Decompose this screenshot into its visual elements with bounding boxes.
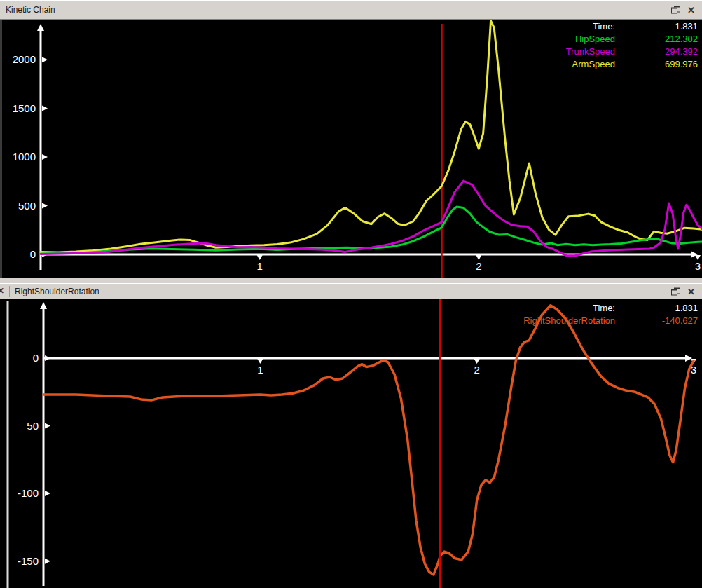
- legend-hipspeed-label: HipSpeed: [575, 33, 615, 46]
- float-window-icon[interactable]: [671, 288, 680, 296]
- kinetic-chain-title: Kinetic Chain: [6, 5, 55, 15]
- y-tick-label: 1500: [13, 102, 36, 114]
- x-tick-label: 2: [476, 260, 481, 272]
- x-tick-label: 1: [257, 364, 263, 376]
- y-axis-arrow-icon: [40, 302, 47, 309]
- x-axis-arrow-icon: [685, 355, 692, 362]
- legend-time-label: Time:: [593, 20, 615, 33]
- right-shoulder-rotation-plot[interactable]: 050-100-150123: [0, 299, 702, 588]
- float-window-icon[interactable]: [671, 6, 680, 14]
- kinetic-chain-titlebar[interactable]: Kinetic Chain ✕: [0, 0, 702, 20]
- legend-armspeed-value: 699.976: [615, 58, 698, 71]
- x-tick-marker-icon: [695, 255, 701, 260]
- right-shoulder-rotation-legend: Time: 1.831 RightShoulderRotation -140.6…: [523, 302, 698, 327]
- legend-time-value: 1.831: [615, 20, 698, 33]
- legend-row-trunkspeed: TrunkSpeed 294.392: [566, 46, 698, 58]
- cropped-close-icon: ✕: [0, 286, 4, 296]
- x-tick-marker-icon: [476, 255, 481, 260]
- y-tick-label: 1000: [13, 151, 36, 163]
- y-tick-marker-icon: [42, 203, 48, 209]
- titlebar-separator: [9, 286, 11, 297]
- legend-row-rightshoulderrotation: RightShoulderRotation -140.627: [523, 315, 698, 327]
- y-tick-marker-icon: [45, 423, 50, 429]
- close-icon[interactable]: ✕: [687, 287, 695, 296]
- legend-time-label: Time:: [593, 302, 615, 315]
- close-icon[interactable]: ✕: [687, 6, 695, 15]
- x-tick-label: 1: [256, 260, 262, 272]
- y-tick-marker-icon: [45, 491, 50, 496]
- legend-row-time: Time: 1.831: [523, 302, 698, 315]
- x-tick-marker-icon: [257, 255, 263, 260]
- y-tick-marker-icon: [45, 559, 50, 564]
- legend-rsr-label: RightShoulderRotation: [523, 315, 615, 327]
- legend-time-value: 1.831: [615, 302, 698, 315]
- legend-row-time: Time: 1.831: [566, 20, 698, 33]
- panel-divider: [0, 278, 702, 283]
- x-tick-marker-icon: [474, 359, 480, 364]
- legend-row-hipspeed: HipSpeed 212.302: [566, 33, 698, 46]
- y-axis-arrow-icon: [37, 24, 44, 31]
- legend-row-armspeed: ArmSpeed 699.976: [566, 58, 698, 71]
- y-tick-label: -150: [18, 555, 39, 567]
- legend-rsr-value: -140.627: [615, 315, 698, 327]
- series-rightshoulderrotation: [43, 306, 694, 575]
- y-tick-marker-icon: [42, 106, 48, 111]
- y-tick-marker-icon: [42, 154, 48, 160]
- y-tick-label: 50: [27, 420, 39, 432]
- y-tick-marker-icon: [42, 57, 48, 62]
- restore-front-rect: [671, 8, 677, 14]
- kinetic-chain-legend: Time: 1.831 HipSpeed 212.302 TrunkSpeed …: [566, 20, 698, 71]
- x-tick-label: 2: [474, 364, 479, 376]
- x-tick-marker-icon: [257, 359, 263, 364]
- y-tick-label: 500: [18, 200, 36, 212]
- legend-trunkspeed-value: 294.392: [615, 46, 698, 58]
- legend-armspeed-label: ArmSpeed: [572, 58, 615, 71]
- right-shoulder-rotation-titlebar[interactable]: ✕ RightShoulderRotation ✕: [0, 283, 702, 300]
- y-tick-label: 0: [30, 248, 36, 260]
- y-tick-label: 0: [33, 352, 39, 364]
- y-tick-label: -100: [18, 487, 39, 499]
- x-tick-label: 3: [695, 260, 701, 272]
- workspace: Kinetic Chain ✕ 0500100015002000123 Time…: [0, 0, 702, 588]
- legend-hipspeed-value: 212.302: [615, 33, 698, 46]
- y-tick-label: 2000: [13, 53, 36, 65]
- y-tick-marker-icon: [45, 355, 50, 361]
- right-shoulder-rotation-title: RightShoulderRotation: [15, 287, 99, 296]
- restore-front-rect: [671, 289, 677, 296]
- legend-trunkspeed-label: TrunkSpeed: [566, 46, 615, 58]
